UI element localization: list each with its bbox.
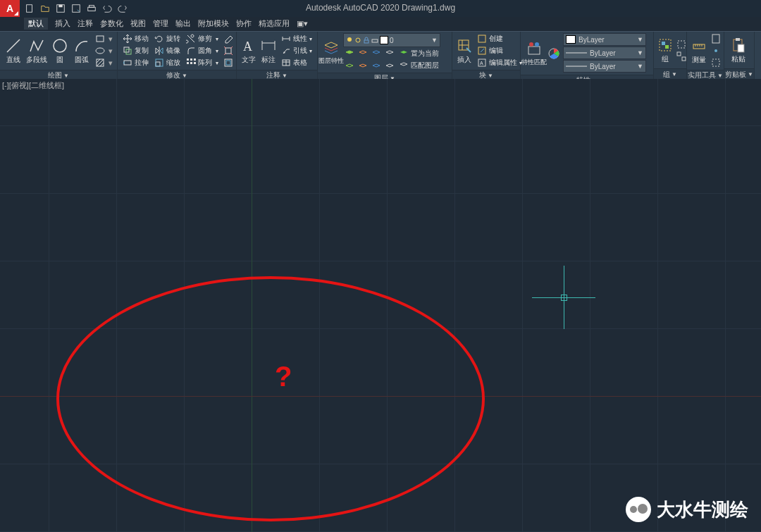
expand-icon[interactable]: ▼	[488, 73, 493, 79]
plot-icon[interactable]	[85, 1, 99, 16]
stretch-button[interactable]: 拉伸	[120, 57, 151, 68]
hatch-icon[interactable]	[94, 57, 106, 68]
viewport-label[interactable]: [-][俯视][二维线框]	[2, 80, 64, 91]
app-logo[interactable]: A	[0, 0, 20, 17]
fillet-button[interactable]: 圆角▾	[184, 45, 221, 56]
layer-tool-icon[interactable]	[343, 48, 356, 59]
svg-point-39	[356, 38, 360, 42]
lineweight-dropdown[interactable]: ByLayer▼	[563, 47, 646, 59]
svg-rect-68	[736, 38, 740, 41]
svg-point-38	[347, 37, 352, 42]
mirror-button[interactable]: 镜像	[152, 45, 182, 56]
tab-more-icon[interactable]: ▣▾	[297, 19, 308, 28]
calc-icon[interactable]	[710, 33, 722, 44]
svg-rect-69	[738, 44, 744, 52]
group-edit-icon[interactable]	[675, 39, 688, 50]
chevron-down-icon[interactable]: ▾	[107, 33, 114, 44]
save-icon[interactable]	[54, 1, 68, 16]
scale-button[interactable]: 缩放	[152, 57, 182, 68]
erase-icon[interactable]	[222, 33, 235, 44]
color-wheel-button[interactable]	[546, 44, 562, 63]
circle-button[interactable]: 圆	[49, 36, 70, 66]
tab-insert[interactable]: 插入	[55, 18, 70, 29]
leader-button[interactable]: 引线▾	[279, 45, 314, 56]
offset-icon[interactable]	[222, 57, 235, 68]
paste-button[interactable]: 粘贴	[727, 35, 750, 66]
undo-icon[interactable]	[100, 1, 114, 16]
match-props-button[interactable]: 特性匹配	[524, 39, 545, 68]
point-icon[interactable]	[710, 45, 722, 56]
layer-tool-icon[interactable]	[343, 60, 356, 71]
expand-icon[interactable]: ▼	[63, 73, 69, 79]
edit-attr-button[interactable]: A编辑属性▾	[475, 57, 524, 68]
svg-rect-66	[712, 59, 719, 66]
tab-parametric[interactable]: 参数化	[100, 18, 123, 29]
layer-tool-icon[interactable]	[357, 60, 369, 71]
tab-collab[interactable]: 协作	[236, 18, 252, 29]
text-button[interactable]: A文字	[240, 36, 258, 66]
color-dropdown[interactable]: ByLayer▼	[563, 33, 646, 46]
saveas-icon[interactable]	[69, 1, 83, 16]
drawing-canvas[interactable]: [-][俯视][二维线框] ? 大水牛测绘	[0, 79, 761, 532]
layer-props-button[interactable]: 图层特性	[321, 37, 342, 67]
dimension-button[interactable]: 标注	[259, 36, 278, 66]
insert-block-button[interactable]: 插入	[455, 36, 474, 66]
polyline-button[interactable]: 多段线	[25, 36, 48, 66]
expand-icon[interactable]: ▼	[282, 73, 287, 79]
layer-tool-icon[interactable]	[383, 48, 396, 59]
layer-tool-icon[interactable]	[370, 48, 383, 59]
trim-button[interactable]: 修剪▾	[184, 33, 221, 44]
array-button[interactable]: 阵列▾	[184, 57, 221, 68]
layer-tool-icon[interactable]	[370, 60, 383, 71]
tab-addins[interactable]: 附加模块	[198, 18, 229, 29]
layer-tool-icon[interactable]	[357, 48, 369, 59]
linetype-dropdown[interactable]: ByLayer▼	[563, 60, 646, 73]
open-icon[interactable]	[38, 1, 52, 16]
svg-rect-56	[678, 41, 685, 48]
move-button[interactable]: 移动	[120, 33, 151, 44]
make-current-button[interactable]: 置为当前	[397, 48, 441, 59]
rotate-button[interactable]: 旋转	[152, 33, 182, 44]
panel-layers: 图层特性 0 ▼ 置为当前	[318, 32, 452, 80]
ellipse-icon[interactable]	[94, 45, 106, 56]
ungroup-icon[interactable]	[675, 51, 688, 62]
grid-line	[590, 79, 590, 532]
explode-icon[interactable]	[222, 45, 235, 56]
svg-rect-17	[156, 62, 160, 66]
tab-view[interactable]: 视图	[130, 18, 146, 29]
annotation-ellipse	[56, 276, 485, 521]
table-button[interactable]: 表格	[279, 57, 314, 68]
tab-annotate[interactable]: 注释	[78, 18, 93, 29]
layer-tool-icon[interactable]	[383, 60, 396, 71]
svg-rect-47	[528, 47, 540, 54]
linear-button[interactable]: 线性▾	[279, 33, 314, 44]
svg-text:A: A	[243, 39, 252, 54]
chevron-down-icon[interactable]: ▾	[107, 57, 114, 68]
tab-manage[interactable]: 管理	[153, 18, 168, 29]
line-button[interactable]: 直线	[3, 36, 24, 66]
rect-icon[interactable]	[94, 33, 106, 44]
svg-rect-4	[88, 7, 96, 11]
ribbon-tabs: 默认 插入 注释 参数化 视图 管理 输出 附加模块 协作 精选应用 ▣▾	[24, 17, 308, 30]
svg-rect-22	[187, 62, 189, 64]
lock-icon	[363, 37, 370, 44]
copy-button[interactable]: 复制	[120, 45, 151, 56]
new-icon[interactable]	[23, 1, 37, 16]
chevron-down-icon[interactable]: ▾	[107, 45, 114, 56]
measure-button[interactable]: 测量	[690, 36, 708, 66]
svg-rect-23	[190, 62, 192, 64]
tab-output[interactable]: 输出	[175, 18, 191, 29]
annotation-question-mark: ?	[275, 361, 292, 392]
arc-button[interactable]: 圆弧	[71, 36, 92, 66]
layer-dropdown[interactable]: 0 ▼	[343, 33, 440, 47]
edit-block-button[interactable]: 编辑	[475, 45, 524, 56]
redo-icon[interactable]	[116, 1, 130, 16]
group-button[interactable]: 组	[657, 35, 674, 66]
select-icon[interactable]	[710, 57, 722, 68]
create-block-button[interactable]: 创建	[475, 33, 524, 44]
tab-default[interactable]: 默认	[24, 18, 48, 30]
match-layer-button[interactable]: 匹配图层	[397, 60, 441, 71]
svg-rect-58	[682, 57, 686, 61]
expand-icon[interactable]: ▼	[182, 73, 187, 79]
tab-express[interactable]: 精选应用	[259, 18, 290, 29]
